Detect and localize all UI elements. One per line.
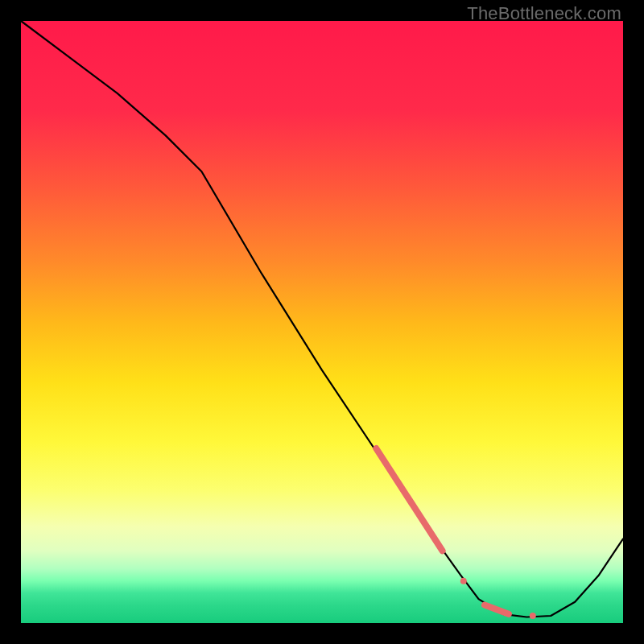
bottleneck-curve: [21, 21, 623, 617]
highlight-dot: [460, 578, 467, 584]
chart-svg: [21, 21, 623, 623]
highlight-dot: [530, 613, 536, 619]
chart-container: TheBottleneck.com: [0, 0, 644, 644]
marker-group: [376, 448, 535, 619]
highlight-segment: [376, 448, 442, 551]
highlight-segment: [485, 605, 509, 614]
watermark-text: TheBottleneck.com: [467, 3, 621, 24]
